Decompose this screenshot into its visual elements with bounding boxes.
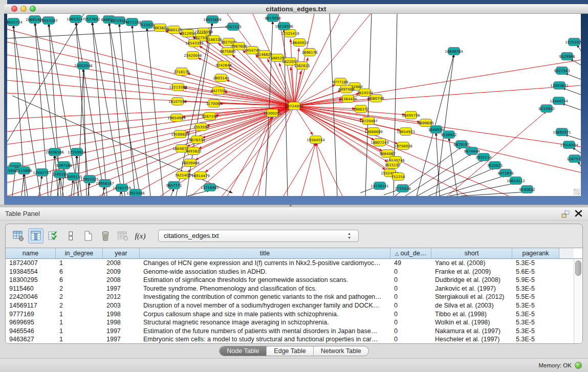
table-selector-dropdown[interactable]: citations_edges.txt ▲▼	[158, 230, 359, 242]
network-node[interactable]: 9474444	[464, 147, 480, 155]
network-node[interactable]: 7515526	[139, 21, 155, 29]
network-node[interactable]: 7425402	[175, 171, 190, 179]
network-node[interactable]: 9777169	[332, 78, 348, 86]
scrollbar-thumb[interactable]	[575, 260, 581, 276]
network-node[interactable]: 12325419	[281, 30, 299, 37]
network-edge[interactable]	[562, 103, 581, 110]
column-header-in-degree[interactable]: in_degree	[56, 248, 103, 258]
network-node[interactable]: 2718176	[173, 68, 190, 76]
network-edge[interactable]	[176, 23, 212, 196]
table-row[interactable]: 1872400712008Changes of HCN gene express…	[6, 259, 574, 268]
network-node[interactable]: 19166825	[171, 130, 189, 138]
network-edge[interactable]	[227, 116, 272, 196]
network-edge[interactable]	[294, 106, 313, 135]
network-node[interactable]: 16914479	[191, 172, 210, 180]
table-scrollbar[interactable]	[574, 259, 582, 343]
network-edge[interactable]	[243, 116, 272, 196]
network-node[interactable]: 19384554	[307, 136, 325, 144]
network-node[interactable]: 19654985	[167, 114, 186, 122]
delete-column-button[interactable]	[98, 228, 113, 244]
network-node[interactable]: 8267190	[202, 113, 217, 120]
table-row[interactable]: 969969511998Structural magnetic resonanc…	[6, 318, 574, 327]
close-panel-icon[interactable]	[575, 209, 583, 218]
column-header-pagerank[interactable]: pagerank	[512, 248, 559, 258]
table-row[interactable]: 911546021997Tourette syndrome. Phenomeno…	[6, 285, 574, 293]
network-node[interactable]: 16648784	[445, 48, 463, 55]
network-node[interactable]: 10688609	[364, 128, 383, 136]
network-node[interactable]: 1115686	[16, 167, 32, 174]
zoom-window-button[interactable]	[30, 6, 36, 12]
network-edge[interactable]	[109, 23, 140, 196]
network-edge[interactable]	[301, 143, 316, 196]
select-all-check-button[interactable]	[46, 228, 61, 244]
network-node[interactable]: 15751074	[565, 38, 581, 46]
network-node[interactable]: 10653247	[67, 15, 85, 23]
network-canvas[interactable]: 1872400718300295193845547663822966012389…	[7, 14, 581, 196]
network-node[interactable]: 1527602	[84, 15, 100, 23]
network-node[interactable]: 9875685	[220, 48, 235, 55]
network-node[interactable]: 19756928	[394, 142, 412, 150]
network-node[interactable]: 6497568	[338, 85, 354, 93]
column-header-title[interactable]: title	[140, 248, 390, 258]
network-node[interactable]: 8427552	[210, 87, 226, 95]
network-node[interactable]: 7986372	[353, 105, 368, 113]
network-node[interactable]: 14055724	[7, 18, 23, 26]
column-header-out-degree[interactable]: △out_de…	[390, 248, 431, 258]
column-header-short[interactable]: short	[431, 248, 512, 258]
tab-node-table[interactable]: Node Table	[220, 346, 267, 356]
delete-table-button[interactable]	[115, 228, 130, 244]
network-node[interactable]: 1167533	[567, 155, 581, 163]
network-node[interactable]: 12923446	[126, 189, 145, 196]
network-node[interactable]: 12093832	[550, 82, 569, 90]
network-edge[interactable]	[119, 24, 135, 196]
network-edge[interactable]	[92, 22, 122, 196]
network-edge[interactable]	[71, 180, 73, 196]
network-node[interactable]: 18495756	[402, 112, 420, 119]
network-edge[interactable]	[294, 85, 581, 106]
network-node[interactable]: 8357223	[225, 23, 241, 31]
network-edge[interactable]	[294, 71, 301, 106]
network-node[interactable]: 2803144	[213, 74, 229, 82]
network-edge[interactable]	[21, 173, 24, 196]
network-node[interactable]: 6879197	[453, 141, 469, 148]
network-node[interactable]: 9699695	[418, 119, 433, 127]
network-node[interactable]: 9493822	[185, 147, 201, 155]
table-settings-button[interactable]	[11, 228, 26, 244]
function-builder-button[interactable]: f(x)	[133, 228, 148, 244]
network-node[interactable]: 17016504	[560, 141, 578, 149]
network-edge[interactable]	[565, 73, 581, 79]
table-row[interactable]: 1456911722003Disruption of a novel membe…	[6, 301, 574, 310]
network-edge[interactable]	[330, 14, 337, 196]
network-node[interactable]: 15692971	[553, 128, 571, 136]
row-height-button[interactable]	[63, 228, 78, 244]
network-edge[interactable]	[76, 22, 89, 196]
network-edge[interactable]	[316, 143, 324, 196]
network-node[interactable]: 8215953	[538, 105, 554, 113]
network-node[interactable]: 8186328	[206, 36, 222, 43]
network-edge[interactable]	[7, 106, 294, 132]
network-node[interactable]: 8678334	[189, 136, 205, 144]
network-edge[interactable]	[7, 14, 84, 142]
network-edge[interactable]	[294, 106, 405, 115]
table-row[interactable]: 946554611997Estimation of the future num…	[6, 327, 574, 336]
network-edge[interactable]	[562, 88, 581, 95]
create-column-button[interactable]	[80, 228, 96, 244]
network-node[interactable]: 8471676	[497, 169, 514, 177]
network-edge[interactable]	[7, 55, 294, 106]
network-node[interactable]: 16033809	[203, 16, 222, 24]
network-edge[interactable]	[316, 143, 342, 196]
network-edge[interactable]	[365, 14, 372, 196]
network-node[interactable]: 9397588	[56, 162, 72, 169]
column-header-year[interactable]: year	[103, 248, 140, 258]
table-row[interactable]: 2242004622012Investigating the contribut…	[6, 293, 574, 301]
network-node[interactable]: 20206586	[46, 148, 64, 156]
network-node[interactable]: 7632621	[487, 162, 503, 169]
network-node[interactable]: 1080749	[368, 95, 384, 102]
network-node[interactable]: 18107553	[168, 98, 187, 105]
network-edge[interactable]	[171, 188, 174, 196]
tab-edge-table[interactable]: Edge Table	[267, 346, 313, 356]
close-window-button[interactable]	[11, 6, 17, 12]
table-row[interactable]: 1938455462009Genome-wide association stu…	[6, 268, 574, 276]
window-titlebar[interactable]: citations_edges.txt	[4, 4, 588, 14]
network-node[interactable]: 18720407	[359, 117, 378, 125]
